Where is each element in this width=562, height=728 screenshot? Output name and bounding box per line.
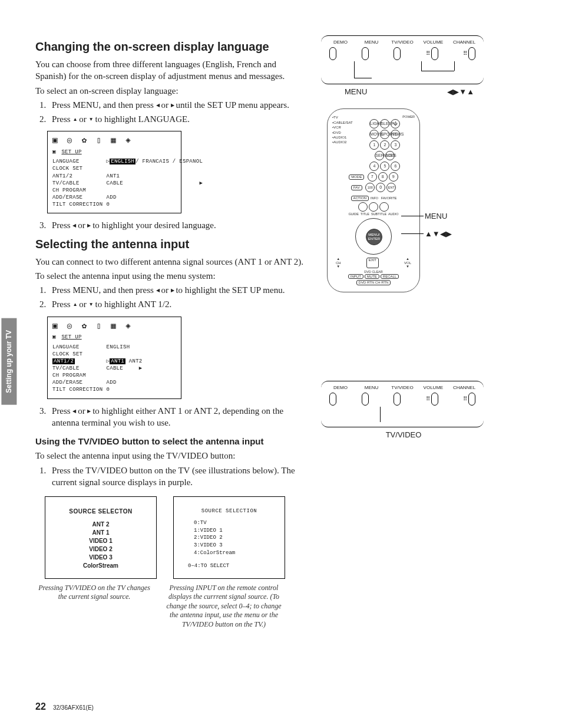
tvvideo-button[interactable]: [394, 47, 401, 60]
para: To select an on-screen display language:: [35, 85, 309, 97]
panel-label: CHANNEL: [452, 385, 477, 391]
caption: Pressing INPUT on the remote control dis…: [165, 584, 283, 630]
list-item: •TV: [332, 115, 353, 120]
remote-button[interactable]: SERVICES: [375, 151, 384, 160]
remote-button[interactable]: RECALL: [381, 274, 399, 279]
list-item: 0:TV: [194, 519, 276, 527]
remote-button[interactable]: ⏻: [391, 119, 400, 129]
list-item: •AUDIO2: [332, 140, 353, 144]
list-item: 1:VIDEO 1: [194, 527, 276, 535]
list-item: ColorStream: [54, 562, 148, 570]
remote-button[interactable]: LIGHT: [369, 119, 379, 129]
down-icon: ▼: [89, 117, 93, 122]
step: Press MENU, and then press ◀ or ▶ to hig…: [48, 284, 309, 296]
channel-rocker[interactable]: [468, 393, 475, 406]
up-icon: ▲: [72, 302, 77, 307]
step: Press ▲ or ▼ to highlight LANGUAGE.: [48, 113, 309, 125]
menu-ring[interactable]: MENU/ ENTER: [355, 218, 392, 255]
heading-tvvideo: Using the TV/VIDEO button to select the …: [35, 436, 309, 447]
callout-tvvideo: TV/VIDEO: [386, 430, 422, 439]
step: Press MENU, and then press ◀ or ▶ until …: [48, 99, 309, 111]
list-item: •AUDIO1: [332, 135, 353, 140]
list-item: 4:ColorStream: [194, 549, 276, 557]
tvvideo-button[interactable]: [394, 393, 401, 406]
callout-arrows: ▲▼◀▶: [425, 229, 452, 239]
remote-button[interactable]: NEWS: [391, 130, 400, 139]
para: To select the antenna input using the TV…: [35, 450, 309, 462]
page-number: 22: [35, 701, 46, 711]
osd-setup-2: ▣ ◎ ✿ ▯ ▦ ◈ ▣ SET UP LANGUAGEENGLISHCLOC…: [47, 317, 181, 399]
tv-front-panel: DEMOMENUTV/VIDEOVOLUMECHANNEL ⠿ ⠿: [321, 381, 484, 427]
list-item: 2:VIDEO 2: [194, 534, 276, 542]
nav-button[interactable]: [369, 202, 378, 212]
step: Press ▲ or ▼ to highlight ANT 1/2.: [48, 298, 309, 310]
remote-control: •TV•CABLE/SAT•VCR•DVD•AUDIO1•AUDIO2 POWE…: [327, 108, 420, 292]
demo-button[interactable]: [329, 393, 336, 406]
list-item: VIDEO 2: [54, 545, 148, 554]
list-item: VIDEO 1: [54, 537, 148, 545]
page-footer: 22 32/36AFX61(E): [35, 700, 527, 713]
menu-enter-button[interactable]: MENU/ ENTER: [366, 229, 382, 245]
num-button[interactable]: 100: [365, 183, 375, 192]
num-button[interactable]: 2: [380, 140, 389, 150]
panel-label: VOLUME: [421, 385, 446, 391]
remote-button[interactable]: SLEEP: [380, 119, 389, 129]
nav-button[interactable]: [358, 202, 368, 212]
volume-rocker[interactable]: [431, 393, 438, 406]
list-item: ANT 2: [54, 521, 148, 529]
num-button[interactable]: 8: [378, 172, 388, 182]
tv-front-panel: DEMOMENUTV/VIDEOVOLUMECHANNEL ⠿ ⠿: [321, 35, 484, 84]
list-item: •DVD: [332, 130, 353, 135]
down-icon: ▼: [89, 302, 93, 307]
num-button[interactable]: 3: [391, 140, 400, 150]
demo-button[interactable]: [329, 47, 336, 60]
num-button[interactable]: 1: [369, 140, 379, 150]
source-box-tv: SOURCE SELECTON ANT 2ANT 1VIDEO 1VIDEO 2…: [45, 496, 157, 579]
num-button[interactable]: 6: [391, 162, 400, 171]
exit-button[interactable]: EXIT: [366, 258, 379, 268]
fav-button[interactable]: FAV: [351, 185, 362, 190]
num-button[interactable]: 0: [376, 183, 385, 192]
step: Press ◀ or ▶ to highlight your desired l…: [48, 219, 309, 231]
num-button[interactable]: 4: [369, 162, 379, 171]
remote-button[interactable]: INPUT: [348, 274, 363, 279]
panel-label: TV/VIDEO: [390, 385, 415, 391]
panel-label: CHANNEL: [452, 39, 477, 46]
source-box-remote: SOURCE SELECTION 0:TV1:VIDEO 12:VIDEO 23…: [173, 496, 285, 579]
list-item: 3:VIDEO 3: [194, 542, 276, 549]
remote-button[interactable]: MOVIE: [369, 130, 379, 139]
menu-button[interactable]: [362, 393, 369, 406]
remote-button[interactable]: SPORTS: [380, 130, 389, 139]
remote-button[interactable]: LIST: [385, 151, 395, 160]
remote-button[interactable]: DVD RTN CH RTN: [356, 280, 391, 285]
mode-button[interactable]: MODE: [349, 174, 364, 180]
heading-antenna: Selecting the antenna input: [35, 236, 309, 252]
osd-setup-1: ▣ ◎ ✿ ▯ ▦ ◈ ▣ SET UP LANGUAGE▷ENGLISH/ F…: [47, 131, 181, 213]
num-button[interactable]: 9: [389, 172, 398, 182]
side-tab: Setting up your TV: [1, 318, 16, 405]
action-button[interactable]: ACTION: [351, 196, 369, 201]
caption: Pressing TV/VIDEO on the TV changes the …: [35, 584, 153, 630]
list-item: VIDEO 3: [54, 554, 148, 562]
menu-button[interactable]: [362, 47, 369, 60]
num-button[interactable]: 7: [368, 172, 377, 182]
list-item: •CABLE/SAT: [332, 120, 353, 125]
panel-label: TV/VIDEO: [390, 39, 415, 46]
remote-button[interactable]: MUTE: [365, 274, 379, 279]
num-button[interactable]: 5: [380, 162, 389, 171]
panel-label: DEMO: [328, 39, 353, 46]
para: To select the antenna input using the me…: [35, 270, 309, 282]
num-button[interactable]: ENT: [386, 183, 396, 192]
heading-language: Changing the on-screen display language: [35, 39, 309, 55]
channel-rocker[interactable]: [468, 47, 475, 60]
panel-label: VOLUME: [421, 39, 446, 46]
para: You can choose from three different lang…: [35, 58, 309, 83]
list-item: ANT 1: [54, 529, 148, 537]
volume-rocker[interactable]: [431, 47, 438, 60]
panel-label: MENU: [359, 385, 384, 391]
callout-menu: MENU: [345, 87, 367, 97]
nav-button[interactable]: [379, 202, 389, 212]
osd-tab-icons: ▣ ◎ ✿ ▯ ▦ ◈: [52, 321, 176, 332]
callout-menu: MENU: [425, 211, 447, 222]
callout-arrows: ◀▶▼▲: [447, 87, 474, 97]
